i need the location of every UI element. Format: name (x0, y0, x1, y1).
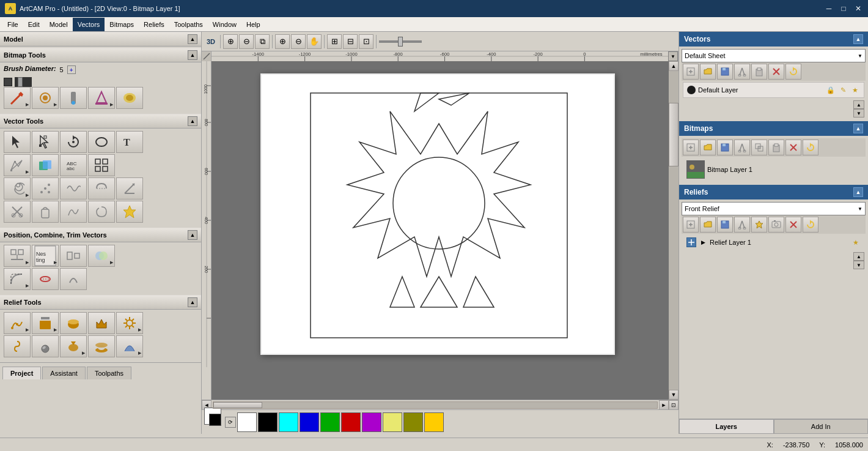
menu-toolpaths[interactable]: Toolpaths (169, 18, 208, 31)
minimize-button[interactable]: ─ (824, 4, 834, 13)
smooth-btn[interactable] (60, 201, 87, 223)
bmp-new-btn[interactable] (683, 140, 699, 155)
menu-bitmaps[interactable]: Bitmaps (105, 18, 139, 31)
angle-btn[interactable] (116, 177, 143, 199)
scroll-up-btn[interactable]: ▲ (669, 61, 679, 71)
vec-save-btn[interactable] (717, 64, 733, 80)
bmp-refresh-btn[interactable] (803, 140, 818, 155)
scroll-right-btn[interactable]: ► (659, 400, 669, 410)
dots-btn[interactable] (32, 177, 59, 199)
relief-tools-header[interactable]: Relief Tools ▲ (0, 295, 201, 310)
brush-diameter-slider[interactable] (15, 77, 100, 87)
color-black[interactable] (258, 412, 278, 432)
h-scrollbar-thumb[interactable] (213, 402, 262, 408)
relief-arc-btn[interactable]: ▶ (116, 335, 143, 357)
zoom-fit-btn[interactable]: ⊕ (223, 34, 238, 49)
nesting-btn[interactable]: Nesting ▶ (32, 245, 59, 267)
bitmaps-panel-btn[interactable]: ▲ (853, 124, 863, 133)
rel-photo-btn[interactable] (768, 217, 784, 233)
select-all-btn[interactable]: ⊞ (327, 34, 342, 49)
menu-help[interactable]: Help (241, 18, 265, 31)
vec-open-btn[interactable] (700, 64, 716, 80)
ellipse-btn[interactable] (88, 131, 115, 153)
vector-tools-header[interactable]: Vector Tools ▲ (0, 114, 201, 129)
bmp-cut-btn[interactable] (734, 140, 750, 155)
scroll-down-btn[interactable]: ▼ (669, 390, 679, 400)
vec-new-btn[interactable] (683, 64, 699, 80)
vectors-panel-btn[interactable]: ▲ (853, 34, 863, 44)
relief-up-btn[interactable]: ▲ (853, 252, 864, 261)
dropper-tool-btn[interactable] (60, 87, 87, 109)
rel-delete-btn[interactable] (785, 217, 801, 233)
ruler-scroll-btn[interactable]: ▼ (668, 51, 678, 61)
zoom-in-btn[interactable]: ⊕ (275, 34, 290, 49)
node-edit-btn[interactable] (32, 131, 59, 153)
pan-btn[interactable]: ✋ (307, 34, 322, 49)
maximize-button[interactable]: □ (839, 4, 848, 13)
relief-tools-collapse-btn[interactable]: ▲ (188, 297, 197, 307)
color-white[interactable] (237, 412, 257, 432)
relief-spring-btn[interactable] (4, 335, 31, 357)
relief-vis-btn[interactable]: ★ (851, 237, 861, 247)
rel-settings-btn[interactable] (751, 217, 767, 233)
reliefs-panel-btn[interactable]: ▲ (853, 187, 863, 197)
zoom-box-btn[interactable]: ⧉ (255, 34, 270, 49)
menu-file[interactable]: File (2, 18, 23, 31)
assistant-tab[interactable]: Assistant (42, 367, 86, 379)
color-green[interactable] (320, 412, 340, 432)
layer-down-btn[interactable]: ▼ (853, 109, 864, 117)
bitmap-tools-collapse-btn[interactable]: ▲ (188, 50, 197, 60)
warp-btn[interactable] (32, 268, 59, 290)
brush-add-btn[interactable]: + (67, 65, 76, 74)
rel-new-btn[interactable] (683, 217, 699, 233)
bmp-delete-btn[interactable] (785, 140, 801, 155)
color-link-btn[interactable]: ⟳ (225, 417, 236, 428)
vector-tools-collapse-btn[interactable]: ▲ (188, 116, 197, 126)
model-collapse-btn[interactable]: ▲ (188, 34, 197, 44)
align-btn[interactable]: ▶ (4, 245, 31, 267)
model-header[interactable]: Model ▲ (0, 32, 201, 47)
relief-crown-btn[interactable] (88, 312, 115, 334)
offset-btn[interactable] (60, 268, 87, 290)
deselect-btn[interactable]: ⊟ (343, 34, 358, 49)
canvas-drawing-area[interactable]: ▲ ▼ (211, 61, 679, 400)
combine-btn[interactable]: ▶ (88, 245, 115, 267)
texture-btn[interactable]: ▶ (4, 312, 31, 334)
color-red[interactable] (341, 412, 361, 432)
select-vector-btn[interactable] (4, 131, 31, 153)
relief-spin-btn[interactable]: ▶ (60, 335, 87, 357)
vectors-sheet-dropdown[interactable]: Default Sheet ▼ (682, 49, 866, 62)
vec-delete-btn[interactable] (768, 64, 784, 80)
vec-paste-btn[interactable] (751, 64, 767, 80)
color-yellow-light[interactable] (383, 412, 402, 432)
view-toggle-btn[interactable]: ⊡ (669, 400, 679, 410)
layer-lock-btn[interactable]: 🔒 (826, 85, 836, 95)
reliefs-sheet-dropdown[interactable]: Front Relief ▼ (682, 202, 866, 215)
addin-tab[interactable]: Add In (774, 419, 869, 434)
select-tool-btn[interactable]: ▶ (32, 87, 59, 109)
bitmap-tools-header[interactable]: Bitmap Tools ▲ (0, 48, 201, 62)
close-button[interactable]: ✕ (853, 4, 863, 13)
rotate-btn[interactable] (60, 131, 87, 153)
rel-open-btn[interactable] (700, 217, 716, 233)
vec-cut-btn[interactable] (734, 64, 750, 80)
bmp-save-btn[interactable] (717, 140, 733, 155)
relief-down-btn[interactable]: ▼ (853, 261, 864, 269)
menu-edit[interactable]: Edit (23, 18, 45, 31)
color-magenta[interactable] (362, 412, 381, 432)
relief-torus-btn[interactable] (88, 335, 115, 357)
foreground-color-swatch[interactable] (209, 414, 221, 426)
array-btn[interactable] (88, 154, 115, 176)
menu-vectors[interactable]: Vectors (73, 18, 105, 31)
position-combine-collapse-btn[interactable]: ▲ (188, 230, 197, 240)
menu-reliefs[interactable]: Reliefs (139, 18, 169, 31)
relief-expand-btn[interactable]: ▶ (699, 238, 707, 247)
scissors-btn[interactable] (4, 201, 31, 223)
bmp-paste-btn[interactable] (768, 140, 784, 155)
color-olive[interactable] (403, 412, 423, 432)
layer-up-btn[interactable]: ▲ (853, 100, 864, 109)
star-btn[interactable] (116, 201, 143, 223)
relief-round-btn[interactable] (60, 312, 87, 334)
paint-tool-btn[interactable]: ▶ (4, 87, 31, 109)
color-yellow[interactable] (424, 412, 444, 432)
